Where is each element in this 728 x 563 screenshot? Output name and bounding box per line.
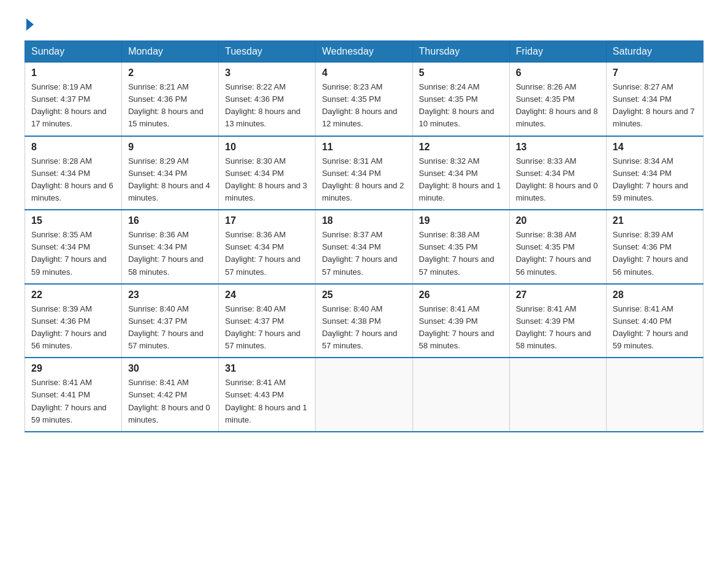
sunset-label: Sunset: 4:34 PM bbox=[322, 242, 381, 251]
sunset-label: Sunset: 4:34 PM bbox=[613, 169, 672, 178]
day-number: 26 bbox=[419, 289, 503, 301]
sunset-label: Sunset: 4:43 PM bbox=[225, 390, 284, 399]
sunset-label: Sunset: 4:36 PM bbox=[613, 242, 672, 251]
day-info: Sunrise: 8:40 AM Sunset: 4:37 PM Dayligh… bbox=[128, 303, 212, 353]
day-info: Sunrise: 8:36 AM Sunset: 4:34 PM Dayligh… bbox=[225, 229, 309, 278]
sunrise-label: Sunrise: 8:41 AM bbox=[516, 304, 577, 313]
week-row-5: 29 Sunrise: 8:41 AM Sunset: 4:41 PM Dayl… bbox=[25, 358, 703, 432]
daylight-label: Daylight: 8 hours and 1 minute. bbox=[419, 181, 501, 202]
day-info: Sunrise: 8:40 AM Sunset: 4:38 PM Dayligh… bbox=[322, 303, 406, 353]
sunset-label: Sunset: 4:41 PM bbox=[31, 390, 90, 399]
sunrise-label: Sunrise: 8:35 AM bbox=[31, 230, 92, 239]
sunrise-label: Sunrise: 8:40 AM bbox=[128, 304, 189, 313]
sunset-label: Sunset: 4:34 PM bbox=[128, 169, 187, 178]
sunset-label: Sunset: 4:34 PM bbox=[225, 242, 284, 251]
day-number: 21 bbox=[613, 215, 697, 226]
sunrise-label: Sunrise: 8:41 AM bbox=[419, 304, 480, 313]
daylight-label: Daylight: 8 hours and 8 minutes. bbox=[516, 107, 598, 128]
week-row-3: 15 Sunrise: 8:35 AM Sunset: 4:34 PM Dayl… bbox=[25, 210, 703, 284]
daylight-label: Daylight: 7 hours and 58 minutes. bbox=[516, 329, 591, 350]
calendar-cell: 2 Sunrise: 8:21 AM Sunset: 4:36 PM Dayli… bbox=[122, 63, 219, 136]
sunset-label: Sunset: 4:37 PM bbox=[128, 316, 187, 326]
week-row-2: 8 Sunrise: 8:28 AM Sunset: 4:34 PM Dayli… bbox=[25, 136, 703, 210]
sunrise-label: Sunrise: 8:41 AM bbox=[613, 304, 673, 313]
day-info: Sunrise: 8:41 AM Sunset: 4:39 PM Dayligh… bbox=[419, 303, 503, 353]
calendar-cell bbox=[509, 358, 606, 432]
sunrise-label: Sunrise: 8:29 AM bbox=[128, 156, 189, 166]
sunset-label: Sunset: 4:39 PM bbox=[419, 316, 478, 326]
sunrise-label: Sunrise: 8:33 AM bbox=[516, 156, 577, 166]
day-number: 6 bbox=[516, 67, 600, 79]
weekday-header-monday: Monday bbox=[122, 41, 219, 63]
sunrise-label: Sunrise: 8:30 AM bbox=[225, 156, 286, 166]
day-number: 9 bbox=[128, 142, 212, 153]
day-info: Sunrise: 8:37 AM Sunset: 4:34 PM Dayligh… bbox=[322, 229, 406, 278]
day-info: Sunrise: 8:41 AM Sunset: 4:42 PM Dayligh… bbox=[128, 377, 212, 426]
day-info: Sunrise: 8:41 AM Sunset: 4:43 PM Dayligh… bbox=[225, 377, 309, 426]
calendar-cell: 6 Sunrise: 8:26 AM Sunset: 4:35 PM Dayli… bbox=[509, 63, 606, 136]
day-number: 27 bbox=[516, 289, 600, 301]
day-number: 19 bbox=[419, 215, 503, 226]
sunrise-label: Sunrise: 8:38 AM bbox=[516, 230, 577, 239]
sunset-label: Sunset: 4:37 PM bbox=[31, 94, 90, 104]
sunset-label: Sunset: 4:34 PM bbox=[322, 169, 381, 178]
calendar-cell: 25 Sunrise: 8:40 AM Sunset: 4:38 PM Dayl… bbox=[316, 284, 412, 358]
daylight-label: Daylight: 8 hours and 15 minutes. bbox=[128, 107, 203, 128]
day-info: Sunrise: 8:31 AM Sunset: 4:34 PM Dayligh… bbox=[322, 155, 406, 205]
calendar-cell: 21 Sunrise: 8:39 AM Sunset: 4:36 PM Dayl… bbox=[606, 210, 703, 284]
sunrise-label: Sunrise: 8:24 AM bbox=[419, 82, 480, 91]
sunset-label: Sunset: 4:35 PM bbox=[516, 94, 575, 104]
day-number: 17 bbox=[225, 215, 309, 226]
calendar-cell: 19 Sunrise: 8:38 AM Sunset: 4:35 PM Dayl… bbox=[412, 210, 509, 284]
daylight-label: Daylight: 7 hours and 56 minutes. bbox=[31, 329, 107, 350]
sunrise-label: Sunrise: 8:40 AM bbox=[322, 304, 382, 313]
sunset-label: Sunset: 4:34 PM bbox=[419, 169, 478, 178]
day-info: Sunrise: 8:32 AM Sunset: 4:34 PM Dayligh… bbox=[419, 155, 503, 205]
sunset-label: Sunset: 4:40 PM bbox=[613, 316, 672, 326]
calendar-cell bbox=[606, 358, 703, 432]
week-row-4: 22 Sunrise: 8:39 AM Sunset: 4:36 PM Dayl… bbox=[25, 284, 703, 358]
calendar-cell: 18 Sunrise: 8:37 AM Sunset: 4:34 PM Dayl… bbox=[316, 210, 412, 284]
week-row-1: 1 Sunrise: 8:19 AM Sunset: 4:37 PM Dayli… bbox=[25, 63, 703, 136]
calendar-cell: 24 Sunrise: 8:40 AM Sunset: 4:37 PM Dayl… bbox=[219, 284, 316, 358]
sunrise-label: Sunrise: 8:23 AM bbox=[322, 82, 382, 91]
calendar-cell: 17 Sunrise: 8:36 AM Sunset: 4:34 PM Dayl… bbox=[219, 210, 316, 284]
day-info: Sunrise: 8:41 AM Sunset: 4:39 PM Dayligh… bbox=[516, 303, 600, 353]
logo-blue-part bbox=[25, 18, 34, 28]
daylight-label: Daylight: 7 hours and 58 minutes. bbox=[419, 329, 495, 350]
day-number: 22 bbox=[31, 289, 115, 301]
daylight-label: Daylight: 8 hours and 7 minutes. bbox=[613, 107, 695, 128]
day-info: Sunrise: 8:26 AM Sunset: 4:35 PM Dayligh… bbox=[516, 81, 600, 131]
sunset-label: Sunset: 4:36 PM bbox=[128, 94, 187, 104]
calendar-cell: 16 Sunrise: 8:36 AM Sunset: 4:34 PM Dayl… bbox=[122, 210, 219, 284]
weekday-header-friday: Friday bbox=[509, 41, 606, 63]
calendar-cell: 31 Sunrise: 8:41 AM Sunset: 4:43 PM Dayl… bbox=[219, 358, 316, 432]
daylight-label: Daylight: 7 hours and 57 minutes. bbox=[225, 329, 300, 350]
day-info: Sunrise: 8:29 AM Sunset: 4:34 PM Dayligh… bbox=[128, 155, 212, 205]
sunrise-label: Sunrise: 8:19 AM bbox=[31, 82, 92, 91]
calendar-cell: 11 Sunrise: 8:31 AM Sunset: 4:34 PM Dayl… bbox=[316, 136, 412, 210]
sunrise-label: Sunrise: 8:40 AM bbox=[225, 304, 286, 313]
day-number: 31 bbox=[225, 363, 309, 374]
daylight-label: Daylight: 7 hours and 59 minutes. bbox=[613, 181, 688, 202]
daylight-label: Daylight: 7 hours and 56 minutes. bbox=[613, 255, 688, 276]
daylight-label: Daylight: 8 hours and 13 minutes. bbox=[225, 107, 300, 128]
day-info: Sunrise: 8:28 AM Sunset: 4:34 PM Dayligh… bbox=[31, 155, 115, 205]
weekday-header-sunday: Sunday bbox=[25, 41, 122, 63]
day-number: 15 bbox=[31, 215, 115, 226]
daylight-label: Daylight: 8 hours and 2 minutes. bbox=[322, 181, 404, 202]
day-info: Sunrise: 8:40 AM Sunset: 4:37 PM Dayligh… bbox=[225, 303, 309, 353]
logo-triangle-icon bbox=[26, 18, 34, 31]
daylight-label: Daylight: 7 hours and 59 minutes. bbox=[613, 329, 688, 350]
sunrise-label: Sunrise: 8:34 AM bbox=[613, 156, 673, 166]
calendar-cell: 10 Sunrise: 8:30 AM Sunset: 4:34 PM Dayl… bbox=[219, 136, 316, 210]
day-number: 7 bbox=[613, 67, 697, 79]
day-info: Sunrise: 8:41 AM Sunset: 4:41 PM Dayligh… bbox=[31, 377, 115, 426]
sunset-label: Sunset: 4:38 PM bbox=[322, 316, 381, 326]
calendar-cell: 8 Sunrise: 8:28 AM Sunset: 4:34 PM Dayli… bbox=[25, 136, 122, 210]
sunrise-label: Sunrise: 8:41 AM bbox=[31, 378, 92, 387]
day-number: 11 bbox=[322, 142, 406, 153]
page-header bbox=[25, 18, 703, 28]
daylight-label: Daylight: 8 hours and 0 minutes. bbox=[128, 403, 210, 424]
daylight-label: Daylight: 7 hours and 56 minutes. bbox=[516, 255, 591, 276]
